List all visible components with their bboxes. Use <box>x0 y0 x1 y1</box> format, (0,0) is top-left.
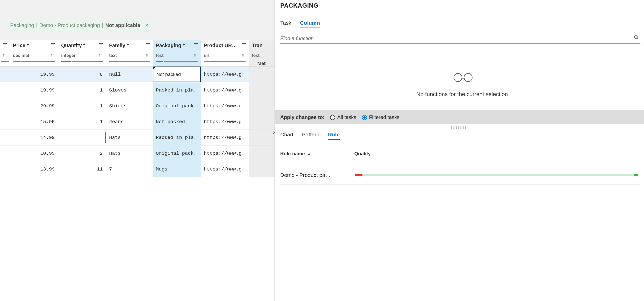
hamburger-icon[interactable] <box>242 43 246 46</box>
hamburger-icon[interactable] <box>51 43 55 46</box>
column-header-product-url[interactable]: Product UR… <box>201 40 249 50</box>
cell-url[interactable]: https://www.goo… <box>201 67 249 82</box>
hamburger-icon[interactable] <box>194 43 198 46</box>
cell-family[interactable]: Hats <box>106 130 153 146</box>
cell-url[interactable]: https://www.goo… <box>201 146 249 161</box>
radio-label: Filtered tasks <box>369 114 399 120</box>
cell-url[interactable]: https://www.goo… <box>201 98 249 114</box>
column-type: text <box>252 53 260 58</box>
cell-quantity[interactable]: 2 <box>58 146 106 161</box>
chip-sep: | <box>102 22 103 28</box>
apply-changes-bar: Apply changes to: All tasks Filtered tas… <box>275 110 644 124</box>
cell-quantity-invalid[interactable] <box>58 130 106 146</box>
cell-url[interactable]: https://www.goo… <box>201 82 249 98</box>
sort-icon[interactable] <box>241 53 246 58</box>
column-header-stub[interactable] <box>0 40 10 50</box>
tab-column[interactable]: Column <box>300 20 320 28</box>
cell-price[interactable]: 29.99 <box>10 98 58 114</box>
sort-icon[interactable] <box>193 53 198 58</box>
hamburger-icon[interactable] <box>3 43 7 46</box>
column-title: Product UR… <box>204 43 237 48</box>
rule-name-header[interactable]: Rule name <box>280 151 305 156</box>
binoculars-icon: — <box>280 72 644 82</box>
radio-icon <box>330 115 335 120</box>
meta-label: Met <box>249 61 274 67</box>
apply-option-all[interactable]: All tasks <box>330 114 356 120</box>
cell-family[interactable]: Shirts <box>106 98 153 114</box>
cell-quantity[interactable]: 1 <box>58 114 106 130</box>
cell-url[interactable]: https://www.goo… <box>201 130 249 146</box>
column-header-quantity[interactable]: Quantity * <box>58 40 106 50</box>
filter-chip[interactable]: Packaging | Demo - Product packaging | N… <box>6 20 153 31</box>
cell-quantity[interactable]: 1 <box>58 98 106 114</box>
function-search[interactable] <box>280 33 640 44</box>
data-grid: Price * Quantity * Family * Packagi <box>0 40 274 301</box>
cell-transform[interactable] <box>249 67 274 82</box>
svg-line-1 <box>637 38 638 40</box>
cell-price[interactable]: 19.99 <box>10 67 58 82</box>
functions-empty-state: — No functions for the current selection <box>280 72 644 98</box>
column-type: integer <box>61 53 76 58</box>
column-title: Quantity * <box>61 43 85 48</box>
rule-row[interactable]: Demo - Product pa… <box>280 166 640 185</box>
sort-icon[interactable] <box>99 53 103 58</box>
tab-chart[interactable]: Chart <box>280 132 293 140</box>
column-header-packaging[interactable]: Packaging * <box>153 40 201 50</box>
cell-family[interactable]: Jeans <box>106 114 153 130</box>
search-icon[interactable] <box>632 35 640 42</box>
column-header-price[interactable]: Price * <box>10 40 58 50</box>
table-row[interactable]: 10.99 2 Hats Original packag… https://ww… <box>0 146 274 161</box>
column-type: text <box>156 53 164 58</box>
cell-price[interactable]: 14.99 <box>10 130 58 146</box>
apply-option-filtered[interactable]: Filtered tasks <box>362 114 399 120</box>
cell-packaging-editing[interactable]: Not packed <box>153 67 201 82</box>
cell-packaging[interactable]: Original packag… <box>153 98 201 114</box>
cell-packaging[interactable]: Mugs <box>153 161 201 177</box>
panel-title: PACKAGING <box>280 0 644 9</box>
chip-segment-3: Not applicable <box>105 22 140 28</box>
cell-url[interactable]: https://www.goo… <box>201 161 249 177</box>
main-content: Packaging | Demo - Product packaging | N… <box>0 0 274 301</box>
cell-price[interactable]: 13.99 <box>10 161 58 177</box>
cell-family[interactable]: 7 <box>106 161 153 177</box>
table-row[interactable]: 13.99 11 7 Mugs https://www.goo… <box>0 161 274 177</box>
tab-pattern[interactable]: Pattern <box>302 132 319 140</box>
sort-icon[interactable] <box>3 53 7 58</box>
function-search-input[interactable] <box>280 35 632 41</box>
table-row[interactable]: 19.99 8 null Not packed https://www.goo… <box>0 67 274 82</box>
quality-bar <box>106 61 153 67</box>
sort-icon[interactable] <box>145 53 150 58</box>
cell-price[interactable]: 10.99 <box>10 146 58 161</box>
column-header-family[interactable]: Family * <box>106 40 153 50</box>
chip-close-icon[interactable]: ✕ <box>145 23 149 28</box>
table-row[interactable]: 19.99 1 Gloves Packed in plast… https://… <box>0 82 274 98</box>
cell-packaging[interactable]: Not packed <box>153 114 201 130</box>
hamburger-icon[interactable] <box>99 43 103 46</box>
cell-packaging[interactable]: Original packag… <box>153 146 201 161</box>
table-row[interactable]: 29.99 1 Shirts Original packag… https://… <box>0 98 274 114</box>
cell-family[interactable]: Hats <box>106 146 153 161</box>
cell-price[interactable]: 19.99 <box>10 82 58 98</box>
chip-segment-1: Packaging <box>10 22 34 28</box>
sort-asc-icon[interactable]: ▲ <box>307 152 311 156</box>
cell-url[interactable]: https://www.goo… <box>201 114 249 130</box>
rule-table-header: Rule name ▲ Quality <box>280 151 640 156</box>
cell-quantity[interactable]: 1 <box>58 82 106 98</box>
cell-price[interactable]: 15.99 <box>10 114 58 130</box>
cell-family[interactable]: Gloves <box>106 82 153 98</box>
panel-drag-handle-icon[interactable] <box>451 126 468 128</box>
cell-packaging[interactable]: Packed in plast… <box>153 130 201 146</box>
cell-packaging[interactable]: Packed in plast… <box>153 82 201 98</box>
hamburger-icon[interactable] <box>146 43 150 46</box>
cell-family[interactable]: null <box>106 67 153 82</box>
tab-task[interactable]: Task <box>280 20 291 28</box>
sort-icon[interactable] <box>51 53 55 58</box>
table-row[interactable]: 14.99 Hats Packed in plast… https://www.… <box>0 130 274 146</box>
cell-quantity[interactable]: 11 <box>58 161 106 177</box>
rule-quality-header[interactable]: Quality <box>354 151 371 156</box>
cell-quantity[interactable]: 8 <box>58 67 106 82</box>
tab-rule[interactable]: Rule <box>328 132 340 140</box>
quality-bar <box>58 61 106 67</box>
table-row[interactable]: 15.99 1 Jeans Not packed https://www.goo… <box>0 114 274 130</box>
column-header-transform[interactable]: Tran <box>249 40 274 50</box>
